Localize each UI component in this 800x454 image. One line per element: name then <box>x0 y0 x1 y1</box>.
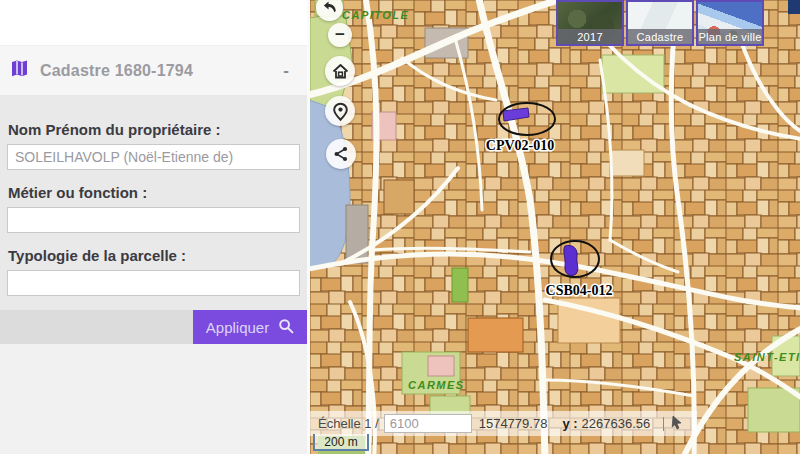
apply-button-label: Appliquer <box>206 319 269 336</box>
home-icon <box>331 62 350 81</box>
widget-title: Cadastre 1680-1794 <box>40 62 279 80</box>
scale-input[interactable] <box>384 414 472 433</box>
basemap-2017[interactable]: 2017 <box>556 0 624 46</box>
parcel-csb04-012 <box>564 245 578 275</box>
map-icon <box>9 58 30 83</box>
home-button[interactable] <box>325 56 355 86</box>
basemap-cadastre[interactable]: Cadastre <box>626 0 694 46</box>
sidebar: Cadastre 1680-1794 - Nom Prénom du propr… <box>0 0 310 454</box>
undo-arrow-icon <box>321 0 338 16</box>
basemap-label: Plan de ville <box>698 29 762 44</box>
search-icon <box>278 318 294 337</box>
search-form: Nom Prénom du propriétaire : Métier ou f… <box>0 95 307 310</box>
cadastre-map-canvas[interactable]: CPV02-010 CSB04-012 CAPITOLE CARMES SAIN… <box>310 0 800 454</box>
owner-name-input[interactable] <box>7 144 300 170</box>
profession-input[interactable] <box>7 207 300 233</box>
map-pin-icon <box>331 102 350 121</box>
scale-label: Échelle 1 / <box>318 416 379 431</box>
parcel-label-cpv02-010: CPV02-010 <box>486 138 554 153</box>
share-button[interactable] <box>326 139 356 169</box>
map-viewport[interactable]: CPV02-010 CSB04-012 CAPITOLE CARMES SAIN… <box>310 0 800 454</box>
widget-header: Cadastre 1680-1794 - <box>0 46 307 95</box>
district-label-capitole: CAPITOLE <box>342 9 409 21</box>
profession-label: Métier ou fonction : <box>8 184 300 201</box>
status-separator <box>663 417 664 431</box>
coordinate-y-value: 2267636.56 <box>582 416 651 431</box>
coordinate-y-label: y : <box>562 416 577 431</box>
coordinate-x-value: 1574779.78 <box>479 416 548 431</box>
collapse-widget-button[interactable]: - <box>279 61 293 81</box>
cursor-pointer-icon <box>670 415 684 433</box>
scale-line-label: 200 m <box>324 435 357 449</box>
basemap-label: Cadastre <box>628 29 692 44</box>
parcel-label-csb04-012: CSB04-012 <box>546 283 613 298</box>
owner-name-label: Nom Prénom du propriétaire : <box>8 121 300 138</box>
app-window: Cadastre 1680-1794 - Nom Prénom du propr… <box>0 0 800 454</box>
status-bar: Échelle 1 / 1574779.78 y : 2267636.56 <box>310 411 697 436</box>
actions-strip: Appliquer <box>0 310 307 344</box>
zoom-out-button[interactable]: − <box>328 23 352 47</box>
district-label-carmes: CARMES <box>408 379 465 391</box>
minus-icon: − <box>335 25 345 45</box>
parcel-type-input[interactable] <box>7 270 300 296</box>
locate-button[interactable] <box>325 96 355 126</box>
sidebar-top-band <box>0 0 307 46</box>
sidebar-bottom-band <box>0 344 307 454</box>
basemap-switcher: 2017 Cadastre Plan de ville <box>556 0 764 46</box>
parcel-type-label: Typologie de la parcelle : <box>8 247 300 264</box>
apply-button[interactable]: Appliquer <box>193 310 307 344</box>
basemap-label: 2017 <box>558 29 622 44</box>
basemap-plan-de-ville[interactable]: Plan de ville <box>696 0 764 46</box>
district-label-saint-etienne: SAINT-ETIENNE <box>734 351 800 363</box>
share-nodes-icon <box>332 145 350 163</box>
scale-line: 200 m <box>313 434 369 451</box>
